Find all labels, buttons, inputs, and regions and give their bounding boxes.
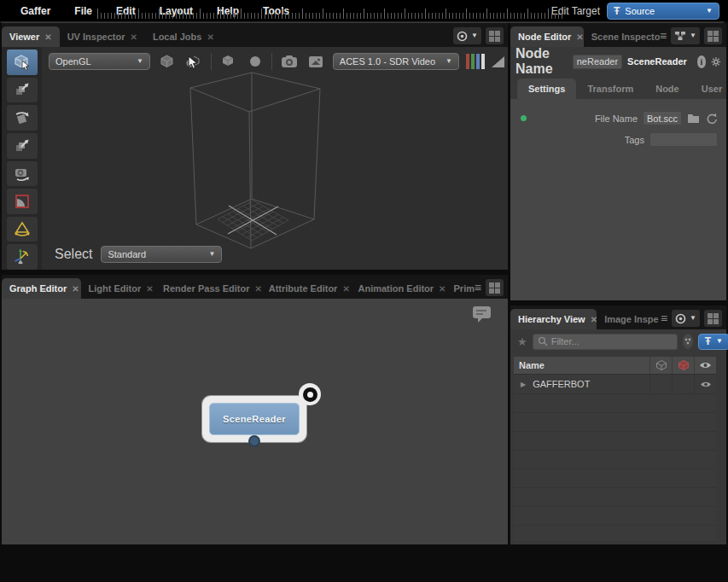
layout-menu-button[interactable] [704,310,722,327]
crop-window-tool-button[interactable] [7,189,38,214]
tab-image-inspector[interactable]: Image Inspe [597,309,661,329]
pin-filter-dropdown[interactable]: Ŧ ▼ [698,334,728,350]
tab-local-jobs[interactable]: Local Jobs ✕ [145,26,222,47]
select-mode-dropdown[interactable]: Standard ▼ [101,246,222,263]
close-icon[interactable]: ✕ [72,284,79,294]
renderer-dropdown[interactable]: OpenGL ▼ [49,53,150,70]
gear-icon[interactable] [711,55,721,69]
close-icon[interactable]: ✕ [439,284,446,294]
close-icon[interactable]: ✕ [131,32,137,42]
bookmark-star-icon[interactable]: ★ [517,335,527,348]
hamburger-icon[interactable]: ≡ [475,282,481,294]
tab-render-pass-editor[interactable]: Render Pass Editor ✕ [155,278,261,299]
tab-hierarchy-view[interactable]: Hierarchy View ✕ [510,309,597,329]
edit-target-value: Source [625,6,701,16]
tab-animation-editor[interactable]: Animation Editor ✕ [351,278,446,299]
filter-field[interactable] [533,334,678,350]
tab-graph-editor[interactable]: Graph Editor ✕ [2,278,81,299]
tab-graph-editor-label: Graph Editor [9,283,67,294]
filter-input[interactable] [551,336,673,346]
tab-uv-inspector[interactable]: UV Inspector ✕ [60,26,145,47]
crop-window-icon [13,192,32,211]
tab-light-editor[interactable]: Light Editor ✕ [81,278,155,299]
edit-target-dropdown[interactable]: Ŧ Source ▼ [607,3,719,20]
annotation-bubble-icon[interactable] [472,306,492,324]
file-name-input[interactable] [643,111,682,125]
value-changed-indicator [521,115,527,121]
exposure-gamma-button[interactable] [492,56,504,67]
spotlight-icon [13,220,32,239]
sphere-shading-button[interactable] [245,52,265,71]
hierarchy-focus-dropdown[interactable]: ▼ [672,310,700,327]
tab-scene-inspector[interactable]: Scene Inspecto [584,26,660,47]
close-icon[interactable]: ✕ [44,32,51,42]
close-icon[interactable]: ✕ [342,284,349,294]
tab-image-inspector-label: Image Inspe [604,314,659,324]
layout-grid-icon [489,282,500,294]
tab-settings[interactable]: Settings [517,79,576,99]
scene-reader-node-body[interactable]: SceneReader [209,403,300,435]
hamburger-icon[interactable]: ≡ [660,30,667,42]
tab-viewer[interactable]: Viewer ✕ [2,26,60,47]
tab-transform[interactable]: Transform [576,79,644,99]
translate-tool-button[interactable] [7,78,38,103]
graph-editor-canvas[interactable]: SceneReader [2,299,508,544]
tab-attribute-editor[interactable]: Attribute Editor ✕ [261,278,351,299]
inclusions-cell[interactable] [649,375,672,393]
info-icon[interactable]: i [697,55,706,68]
mouse-cursor [188,55,198,70]
close-icon[interactable]: ✕ [254,284,260,294]
node-name-input[interactable] [573,55,622,69]
visibility-column-header[interactable] [694,357,716,374]
select-tool-button[interactable] [7,49,38,75]
camera-tool-button[interactable] [7,161,38,187]
refresh-icon[interactable] [705,113,718,125]
channel-select-button[interactable] [466,54,485,69]
node-output-plug[interactable] [248,435,260,447]
layout-menu-button[interactable] [704,27,722,44]
tab-node-editor[interactable]: Node Editor ✕ [510,26,584,47]
layout-menu-button[interactable] [486,279,504,296]
display-transform-dropdown[interactable]: ACES 1.0 - SDR Video ▼ [333,53,459,70]
camera-settings-button[interactable] [279,52,299,71]
filter-settings-button[interactable] [683,334,693,349]
chevron-down-icon: ▼ [716,338,723,345]
exclusions-column-header[interactable] [672,357,694,374]
close-icon[interactable]: ✕ [576,32,583,42]
menu-gaffer[interactable]: Gaffer [9,5,62,17]
expand-arrow-icon[interactable]: ▶ [521,381,526,388]
close-icon[interactable]: ✕ [146,284,153,294]
light-tool-button[interactable] [7,217,38,242]
pin-icon: Ŧ [705,336,711,346]
close-icon[interactable]: ✕ [591,315,597,324]
tab-primitive-inspector[interactable]: Prim [446,278,475,299]
node-editor-mode-dropdown[interactable]: ▼ [671,27,700,44]
layout-menu-button[interactable] [486,27,504,44]
scene-view-settings-button[interactable] [306,52,326,71]
plug-dot [307,392,313,398]
hierarchy-row-gafferbot[interactable]: ▶ GAFFERBOT [514,375,716,393]
viewer-focus-dropdown[interactable]: ▼ [453,27,481,44]
close-icon[interactable]: ✕ [207,32,213,42]
light-position-tool-button[interactable] [7,244,38,270]
scene-reader-node[interactable]: SceneReader [202,396,306,442]
timeline-ruler[interactable] [97,3,563,22]
camera-orbit-icon [13,164,32,183]
tab-user[interactable]: User [690,79,728,99]
tags-input[interactable] [649,132,718,147]
chevron-down-icon: ▼ [446,58,452,65]
inclusions-column-header[interactable] [649,357,672,374]
scale-tool-button[interactable] [7,133,38,159]
exclusions-cell[interactable] [672,375,694,393]
tab-node[interactable]: Node [644,79,690,99]
hamburger-icon[interactable]: ≡ [661,312,667,324]
node-expansion-plug[interactable] [299,383,321,405]
visibility-cell[interactable] [694,375,716,393]
viewer-viewport[interactable]: OpenGL ▼ [2,47,508,270]
scale-icon [13,137,32,155]
solid-cube-button[interactable] [218,52,238,71]
node-editor-panel: Node Editor ✕ Scene Inspecto ≡ ▼ [510,23,726,300]
rotate-tool-button[interactable] [7,105,38,131]
folder-browse-icon[interactable] [687,113,700,124]
shading-wireframe-button[interactable] [157,52,177,71]
